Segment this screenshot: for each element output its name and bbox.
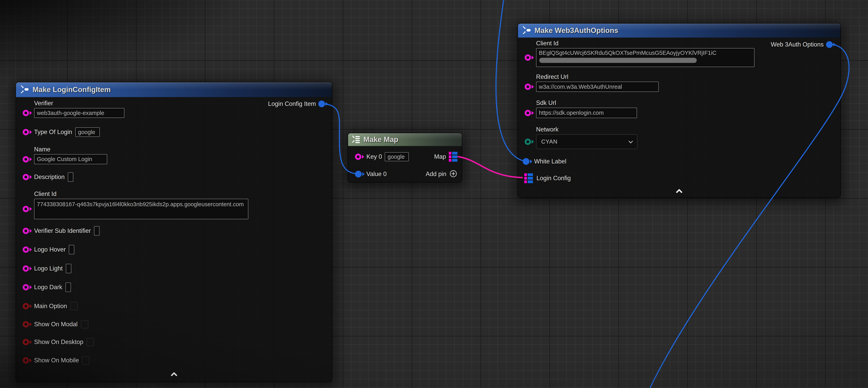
description-pin[interactable]: [23, 174, 34, 180]
main-option-pin[interactable]: [23, 303, 34, 309]
pin-row-network: Network CYAN: [525, 126, 836, 149]
object-pin-icon: [523, 158, 529, 165]
node-header-make-loginconfigitem[interactable]: Make LoginConfigItem: [16, 82, 332, 97]
key0-label: Key 0: [366, 153, 382, 160]
pin-wedge-icon: [30, 130, 32, 134]
logo-hover-input[interactable]: [69, 245, 74, 254]
white-label-pin[interactable]: [523, 158, 534, 165]
string-pin-icon: [23, 129, 29, 135]
show-on-mobile-checkbox[interactable]: [82, 356, 90, 364]
network-selected-value: CYAN: [541, 139, 557, 145]
name-input[interactable]: Google Custom Login: [34, 154, 107, 164]
login-config-label: Login Config: [536, 175, 571, 182]
logo-light-pin[interactable]: [23, 265, 34, 272]
blueprint-graph-canvas[interactable]: Make LoginConfigItem Login Config Item V…: [0, 0, 868, 388]
value0-pin[interactable]: [355, 171, 366, 177]
redirect-url-input[interactable]: w3a://com.w3a.Web3AuthUnreal: [536, 82, 659, 92]
pin-row-logo-hover: Logo Hover: [23, 244, 328, 255]
login-config-pin[interactable]: [524, 173, 533, 183]
verifier-input[interactable]: web3auth-google-example: [34, 108, 124, 118]
string-pin-icon: [23, 284, 29, 290]
logo-dark-label: Logo Dark: [34, 284, 62, 291]
key0-input[interactable]: google: [385, 152, 409, 161]
node-make-loginconfigitem[interactable]: Make LoginConfigItem Login Config Item V…: [16, 82, 332, 382]
dropdown-chevron-icon: [628, 139, 633, 145]
show-on-modal-pin[interactable]: [23, 321, 34, 327]
logo-hover-label: Logo Hover: [34, 246, 66, 253]
logo-dark-input[interactable]: [65, 282, 71, 292]
client-id-input[interactable]: BEglQSgt4cUWcj6SKRdu5QkOXTsePmMcusG5EAoy…: [536, 48, 754, 67]
object-pin-icon: [355, 171, 362, 177]
enum-pin-icon: [525, 139, 531, 145]
main-option-label: Main Option: [34, 303, 67, 310]
collapse-chevron-icon[interactable]: [676, 189, 683, 194]
add-pin-icon[interactable]: [449, 170, 458, 179]
client-id-label: Client Id: [536, 40, 836, 47]
logo-light-label: Logo Light: [34, 265, 63, 272]
network-label: Network: [536, 126, 836, 133]
type-of-login-label: Type Of Login: [34, 128, 72, 136]
client-id-input[interactable]: 774338308167-q463s7kpvja16l4l0kko3nb925i…: [34, 199, 248, 219]
pin-wedge-icon: [30, 207, 32, 211]
pin-row-white-label: White Label: [523, 156, 836, 167]
pin-wedge-icon: [30, 322, 32, 326]
map-output-label: Map: [434, 153, 446, 160]
client-id-pin[interactable]: [23, 206, 34, 212]
string-pin-icon: [23, 228, 29, 234]
sdk-url-input[interactable]: https://sdk.openlogin.com: [536, 108, 637, 118]
show-on-modal-label: Show On Modal: [34, 321, 78, 328]
map-output-pin[interactable]: [449, 152, 458, 162]
node-make-web3authoptions[interactable]: Make Web3AuthOptions Web 3Auth Options C…: [518, 23, 841, 198]
verifier-sub-identifier-input[interactable]: [94, 226, 99, 236]
pin-wedge-icon: [30, 304, 32, 308]
network-dropdown[interactable]: CYAN: [536, 134, 638, 149]
name-pin[interactable]: [23, 156, 34, 162]
logo-hover-pin[interactable]: [23, 246, 34, 253]
client-id-pin[interactable]: [525, 54, 536, 61]
pin-row-type-of-login: Type Of Login google: [23, 126, 328, 138]
collapse-chevron-icon[interactable]: [170, 372, 178, 377]
sdk-url-label: Sdk Url: [536, 99, 836, 107]
string-pin-icon: [23, 110, 29, 116]
show-on-desktop-label: Show On Desktop: [34, 338, 83, 346]
verifier-sub-identifier-label: Verifier Sub Identifier: [34, 227, 91, 234]
pin-wedge-icon: [30, 229, 32, 233]
pin-wedge-icon: [532, 85, 534, 89]
pin-row-logo-dark: Logo Dark: [23, 282, 328, 293]
wire-map-to-login-config[interactable]: [458, 156, 523, 178]
string-pin-icon: [23, 265, 29, 272]
show-on-modal-checkbox[interactable]: [81, 320, 88, 328]
logo-light-input[interactable]: [66, 264, 71, 273]
pin-row-verifier: Verifier web3auth-google-example: [23, 100, 328, 118]
string-pin-icon: [23, 174, 29, 180]
client-id-horizontal-scrollbar[interactable]: [539, 58, 697, 63]
type-of-login-input[interactable]: google: [75, 127, 100, 137]
node-make-map[interactable]: Make Map Key 0 google Map: [348, 133, 462, 183]
main-option-checkbox[interactable]: [70, 302, 78, 310]
pin-row-value0: Value 0 Add pin: [355, 169, 458, 180]
description-input[interactable]: [68, 172, 73, 182]
pin-wedge-icon: [532, 140, 534, 144]
node-title: Make Web3AuthOptions: [534, 26, 618, 35]
verifier-label: Verifier: [34, 100, 328, 107]
node-header-make-web3authoptions[interactable]: Make Web3AuthOptions: [518, 24, 840, 38]
verifier-sub-identifier-pin[interactable]: [23, 228, 34, 234]
logo-dark-pin[interactable]: [23, 284, 34, 290]
show-on-desktop-pin[interactable]: [23, 339, 34, 345]
redirect-url-pin[interactable]: [525, 84, 536, 90]
type-of-login-pin[interactable]: [23, 129, 34, 135]
pin-wedge-icon: [30, 340, 32, 344]
redirect-url-label: Redirect Url: [536, 73, 836, 81]
sdk-url-pin[interactable]: [525, 110, 536, 116]
show-on-desktop-checkbox[interactable]: [87, 338, 94, 346]
key0-pin[interactable]: [355, 154, 366, 160]
verifier-pin[interactable]: [23, 110, 34, 116]
node-title: Make LoginConfigItem: [33, 86, 111, 94]
network-pin[interactable]: [525, 139, 536, 145]
pin-row-sdk-url: Sdk Url https://sdk.openlogin.com: [525, 99, 836, 118]
string-pin-icon: [23, 206, 29, 212]
show-on-mobile-pin[interactable]: [23, 357, 34, 363]
pin-wedge-icon: [362, 155, 364, 159]
node-header-make-map[interactable]: Make Map: [348, 133, 462, 146]
pin-wedge-icon: [30, 175, 32, 179]
